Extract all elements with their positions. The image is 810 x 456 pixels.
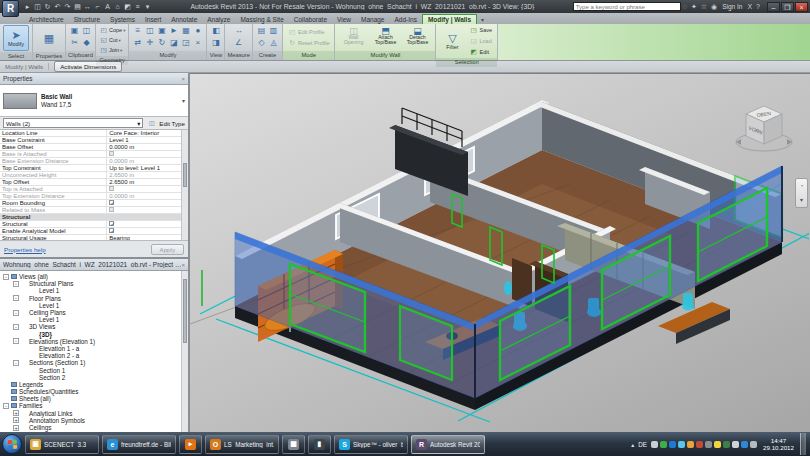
print-icon[interactable]: ▤: [73, 3, 82, 11]
tree-item-floor-plans[interactable]: -Floor Plans: [3, 295, 188, 302]
apply-button[interactable]: Apply: [151, 244, 184, 255]
search-icon[interactable]: ◌: [683, 3, 687, 10]
subscription-icon[interactable]: ✦: [691, 3, 697, 11]
properties-scrollbar[interactable]: [181, 130, 188, 240]
taskbar-button-skype-icon[interactable]: SSkype™ - oliver_b...: [334, 435, 408, 454]
view-graphics-icon[interactable]: ◨: [210, 38, 221, 48]
create-similar-icon[interactable]: ◇: [256, 38, 267, 48]
search-input[interactable]: Type a keyword or phrase: [573, 2, 681, 11]
property-row[interactable]: Base Extension Distance0.0000 m: [0, 158, 188, 165]
tree-item-ceilings[interactable]: +Ceilings: [3, 424, 188, 431]
tree-expander-icon[interactable]: -: [13, 324, 19, 330]
join-icon[interactable]: ◳: [99, 45, 108, 55]
save-icon[interactable]: ◫: [33, 3, 42, 11]
align-icon[interactable]: ≡: [132, 26, 143, 36]
bluetooth-icon[interactable]: [669, 441, 676, 448]
attach-top-base-button[interactable]: ⬒Attach Top/Base: [370, 29, 400, 46]
property-row[interactable]: Top Offset2.6500 m: [0, 179, 188, 186]
cut-geometry-icon[interactable]: ◱: [99, 35, 108, 45]
taskbar-button-folder-icon[interactable]: ▣SCENECT_3.3: [25, 435, 99, 454]
display-icon[interactable]: [705, 441, 712, 448]
help-icon[interactable]: ?: [756, 3, 760, 10]
tab-analyze[interactable]: Analyze: [202, 15, 235, 24]
save-selection-button[interactable]: ◳Save: [467, 25, 494, 35]
tab-structure[interactable]: Structure: [69, 15, 105, 24]
pin-icon[interactable]: ●: [192, 26, 203, 36]
property-row[interactable]: Base ConstraintLevel 1: [0, 137, 188, 144]
edit-selection-icon[interactable]: ◩: [469, 47, 477, 57]
cope-button[interactable]: ◰Cope▾: [99, 25, 125, 35]
mirror-icon[interactable]: ◫: [144, 26, 155, 36]
navigation-bar[interactable]: ◔ ▾: [795, 178, 808, 208]
measure-length-icon[interactable]: ↔: [233, 26, 244, 36]
tree-item-structural-plans[interactable]: -Structural Plans: [3, 280, 188, 287]
tree-expander-icon[interactable]: -: [3, 403, 9, 409]
array-icon[interactable]: ▦: [180, 26, 191, 36]
network-icon[interactable]: [741, 441, 748, 448]
save-selection-icon[interactable]: ◳: [469, 25, 477, 35]
edit-profile-button[interactable]: ◰Edit Profile: [286, 27, 332, 37]
reset-profile-icon[interactable]: ↻: [288, 38, 296, 48]
tree-item-3d-views[interactable]: -3D Views: [3, 323, 188, 330]
taskbar-button-calculator-icon[interactable]: ▦: [282, 435, 305, 454]
create-group-icon[interactable]: ▤: [256, 26, 267, 36]
tree-expander-icon[interactable]: -: [13, 310, 19, 316]
vpn-icon[interactable]: [723, 441, 730, 448]
property-row[interactable]: Base Offset0.0000 m: [0, 144, 188, 151]
property-checkbox[interactable]: [109, 228, 114, 233]
copy-modify-icon[interactable]: ▣: [156, 26, 167, 36]
keyboard-layout[interactable]: DE: [636, 441, 649, 448]
tree-expander-icon[interactable]: +: [13, 410, 19, 416]
property-row[interactable]: Top Extension Distance0.0000 m: [0, 193, 188, 200]
tree-expander-icon[interactable]: -: [3, 274, 9, 280]
trim-icon[interactable]: ►: [168, 26, 179, 36]
property-checkbox[interactable]: [109, 221, 114, 226]
cut-button[interactable]: ◱Cut▾: [99, 35, 125, 45]
tab-manage[interactable]: Manage: [356, 15, 390, 24]
default-3d-view-icon[interactable]: ⌂: [113, 3, 122, 10]
type-selector[interactable]: Basic Wall Wand 17,5 ▾: [0, 85, 188, 117]
3d-viewport[interactable]: OBEN VORN ◔ ▾: [190, 73, 810, 432]
property-checkbox[interactable]: [109, 200, 114, 205]
load-selection-button[interactable]: ◲Load: [467, 36, 494, 46]
tree-item-elevation-2-a[interactable]: Elevation 2 - a: [3, 352, 188, 359]
project-browser-close-icon[interactable]: ×: [181, 262, 185, 268]
property-row[interactable]: Unconnected Height2.6500 m: [0, 172, 188, 179]
tab-add-ins[interactable]: Add-Ins: [390, 15, 422, 24]
selection-filter-dropdown[interactable]: Walls (2)▾: [3, 118, 143, 128]
property-value[interactable]: [107, 221, 188, 227]
property-value[interactable]: Up to level: Level 1: [107, 165, 188, 171]
property-row[interactable]: Base is Attached: [0, 151, 188, 158]
property-value[interactable]: [107, 151, 188, 157]
property-checkbox[interactable]: [109, 207, 114, 212]
favorites-star-icon[interactable]: ☆: [701, 3, 707, 11]
audio-icon[interactable]: [732, 441, 739, 448]
tree-expander-icon[interactable]: +: [13, 425, 19, 431]
sync-tray-icon[interactable]: [696, 441, 703, 448]
tree-item--3d-[interactable]: {3D}: [3, 331, 188, 338]
join-button[interactable]: ◳Join▾: [99, 45, 125, 55]
properties-close-icon[interactable]: ×: [181, 76, 185, 82]
power-icon[interactable]: [750, 441, 757, 448]
tree-item-families[interactable]: -Families: [3, 402, 188, 409]
property-value[interactable]: 2.6500 m: [107, 172, 188, 178]
tree-expander-icon[interactable]: +: [13, 417, 19, 423]
steering-wheel-icon[interactable]: ◔: [800, 183, 804, 189]
match-type-icon[interactable]: ◆: [81, 38, 92, 48]
safely-remove-icon[interactable]: [651, 441, 658, 448]
show-desktop-button[interactable]: [800, 433, 806, 455]
antivirus-icon[interactable]: [660, 441, 667, 448]
tree-item-elevations-elevation-1-[interactable]: -Elevations (Elevation 1): [3, 338, 188, 345]
tree-item-legends[interactable]: Legends: [3, 381, 188, 388]
property-value[interactable]: 2.6500 m: [107, 179, 188, 185]
taskbar-button-media-player-icon[interactable]: ▸: [179, 435, 202, 454]
property-value[interactable]: 0.0000 m: [107, 144, 188, 150]
3d-model-view[interactable]: [190, 74, 809, 432]
tree-expander-icon[interactable]: -: [13, 281, 19, 287]
tab-insert[interactable]: Insert: [140, 15, 166, 24]
undo-icon[interactable]: ↶: [53, 3, 62, 11]
tab-systems[interactable]: Systems: [105, 15, 140, 24]
property-value[interactable]: Core Face: Interior: [107, 130, 188, 136]
property-row[interactable]: Room Bounding: [0, 200, 188, 207]
tree-item-elevation-1-a[interactable]: Elevation 1 - a: [3, 345, 188, 352]
